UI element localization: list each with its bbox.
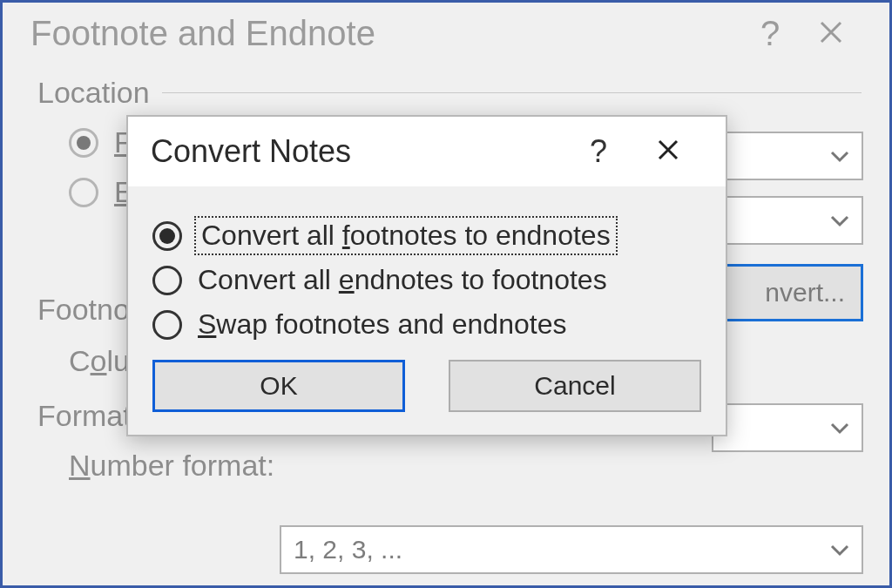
chevron-down-icon xyxy=(830,144,849,168)
endnotes-location-dropdown[interactable] xyxy=(712,196,863,245)
chevron-down-icon xyxy=(830,416,849,440)
radio-icon[interactable] xyxy=(152,221,182,251)
number-format-row: Number format: xyxy=(37,449,862,483)
parent-dialog-titlebar: Footnote and Endnote ? xyxy=(3,3,889,64)
chevron-down-icon xyxy=(830,537,849,562)
ok-button[interactable]: OK xyxy=(152,360,405,412)
radio-endnotes[interactable] xyxy=(69,178,98,207)
cancel-button[interactable]: Cancel xyxy=(449,360,701,412)
option-swap-footnotes-and-endnotes[interactable]: Swap footnotes and endnotes xyxy=(152,308,701,341)
section-location: Location xyxy=(37,76,862,110)
columns-dropdown[interactable] xyxy=(712,403,863,452)
parent-dialog-title: Footnote and Endnote xyxy=(30,14,740,53)
modal-body: Convert all footnotes to endnotes Conver… xyxy=(128,186,726,435)
option-label: Convert all footnotes to endnotes xyxy=(198,220,614,252)
modal-title: Convert Notes xyxy=(151,133,564,170)
option-convert-endnotes-to-footnotes[interactable]: Convert all endnotes to footnotes xyxy=(152,264,701,296)
option-label: Swap footnotes and endnotes xyxy=(198,308,566,341)
modal-titlebar: Convert Notes ? xyxy=(128,117,726,186)
option-convert-footnotes-to-endnotes[interactable]: Convert all footnotes to endnotes xyxy=(152,220,701,252)
radio-icon[interactable] xyxy=(152,266,182,295)
chevron-down-icon xyxy=(830,208,849,233)
number-format-dropdown[interactable]: 1, 2, 3, ... xyxy=(280,525,863,574)
help-icon[interactable]: ? xyxy=(564,133,633,170)
convert-notes-dialog: Convert Notes ? Convert all footnotes to… xyxy=(126,115,727,436)
footnotes-location-dropdown[interactable] xyxy=(712,132,863,180)
close-icon[interactable] xyxy=(801,14,862,53)
number-format-value: 1, 2, 3, ... xyxy=(294,535,830,564)
close-icon[interactable] xyxy=(633,135,703,169)
radio-icon[interactable] xyxy=(152,310,182,340)
option-label: Convert all endnotes to footnotes xyxy=(198,264,607,296)
radio-footnotes[interactable] xyxy=(69,128,98,158)
help-icon[interactable]: ? xyxy=(740,14,801,53)
